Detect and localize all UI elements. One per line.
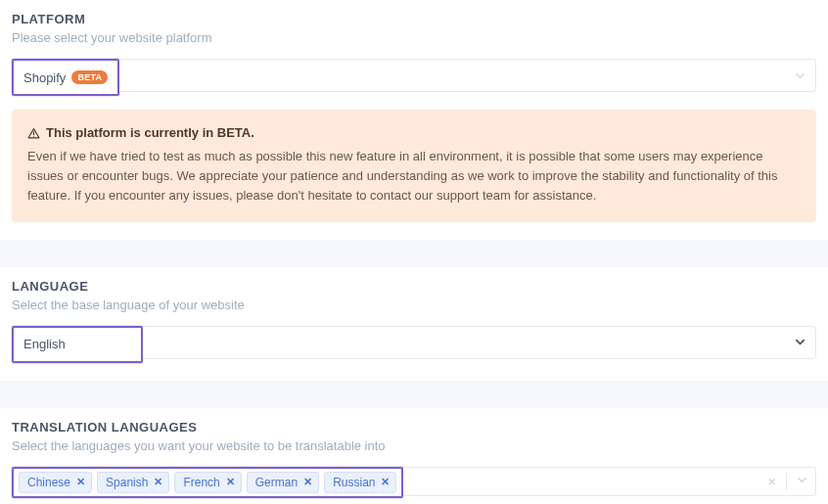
language-highlight: English bbox=[12, 326, 143, 363]
translations-select[interactable]: × bbox=[403, 467, 816, 496]
platform-select-row: Shopify BETA bbox=[12, 59, 816, 96]
language-tag: French✕ bbox=[174, 472, 241, 494]
section-gap bbox=[0, 240, 828, 267]
remove-tag-icon[interactable]: ✕ bbox=[76, 477, 85, 487]
language-subtitle: Select the base language of your website bbox=[12, 298, 816, 312]
chevron-down-icon bbox=[794, 337, 805, 348]
section-gap bbox=[0, 381, 828, 408]
remove-tag-icon[interactable]: ✕ bbox=[226, 477, 235, 487]
chevron-down-icon bbox=[797, 474, 807, 488]
translations-select-row: Chinese✕Spanish✕French✕German✕Russian✕ × bbox=[12, 467, 816, 499]
svg-point-1 bbox=[33, 135, 34, 136]
language-select[interactable] bbox=[143, 326, 816, 359]
platform-selected-label: Shopify bbox=[23, 70, 66, 85]
language-tag: Spanish✕ bbox=[97, 472, 169, 494]
tag-label: Russian bbox=[333, 475, 375, 491]
divider bbox=[786, 473, 787, 490]
tag-label: German bbox=[255, 475, 298, 491]
language-section: LANGUAGE Select the base language of you… bbox=[0, 267, 828, 381]
translations-highlight: Chinese✕Spanish✕French✕German✕Russian✕ bbox=[12, 467, 403, 499]
warning-icon bbox=[27, 127, 40, 140]
remove-tag-icon[interactable]: ✕ bbox=[303, 477, 312, 487]
platform-highlight: Shopify BETA bbox=[12, 59, 119, 96]
language-select-row: English bbox=[12, 326, 816, 363]
beta-badge: BETA bbox=[71, 70, 108, 85]
translations-subtitle: Select the languages you want your websi… bbox=[12, 438, 816, 453]
remove-tag-icon[interactable]: ✕ bbox=[381, 477, 390, 487]
translations-section: TRANSLATION LANGUAGES Select the languag… bbox=[0, 408, 828, 504]
tag-label: Spanish bbox=[106, 475, 148, 491]
language-tag: German✕ bbox=[247, 472, 319, 494]
platform-select-value[interactable]: Shopify BETA bbox=[14, 61, 117, 94]
chevron-down-icon bbox=[794, 69, 805, 81]
translations-title: TRANSLATION LANGUAGES bbox=[12, 420, 816, 435]
platform-section: PLATFORM Please select your website plat… bbox=[0, 0, 828, 240]
beta-alert: This platform is currently in BETA. Even… bbox=[12, 110, 816, 222]
clear-all-icon[interactable]: × bbox=[767, 474, 776, 488]
alert-title-row: This platform is currently in BETA. bbox=[27, 123, 801, 143]
platform-select[interactable] bbox=[119, 59, 816, 92]
language-tag: Russian✕ bbox=[324, 472, 396, 494]
language-tag: Chinese✕ bbox=[19, 472, 92, 494]
alert-title: This platform is currently in BETA. bbox=[46, 123, 254, 143]
tag-label: Chinese bbox=[27, 475, 70, 491]
tag-label: French bbox=[183, 475, 219, 491]
language-title: LANGUAGE bbox=[12, 279, 816, 294]
alert-body: Even if we have tried to test as much as… bbox=[27, 147, 801, 206]
language-selected-label[interactable]: English bbox=[14, 328, 141, 361]
platform-subtitle: Please select your website platform bbox=[12, 30, 816, 45]
remove-tag-icon[interactable]: ✕ bbox=[154, 477, 162, 487]
platform-title: PLATFORM bbox=[12, 12, 816, 26]
